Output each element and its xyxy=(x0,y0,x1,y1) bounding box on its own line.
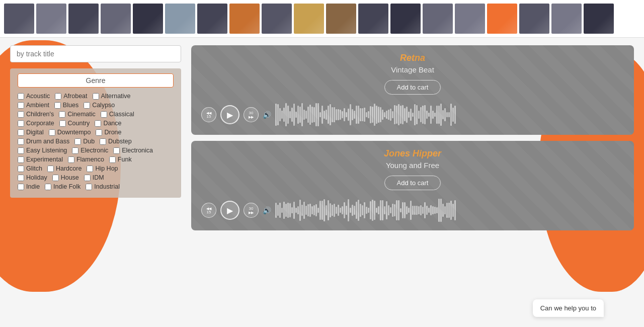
genre-checkbox[interactable] xyxy=(18,120,24,127)
waveform[interactable] xyxy=(275,102,624,127)
genre-checkbox[interactable] xyxy=(18,175,24,181)
skip-back-button[interactable]: ◀◀15 xyxy=(201,107,216,122)
genre-item[interactable]: Hardcore xyxy=(47,165,82,172)
genre-item[interactable]: Indie xyxy=(18,183,40,190)
banner-item[interactable] xyxy=(390,4,421,34)
genre-checkbox[interactable] xyxy=(47,166,54,172)
genre-checkbox[interactable] xyxy=(101,111,107,118)
genre-item[interactable]: Flamenco xyxy=(68,156,104,163)
banner-item[interactable] xyxy=(455,4,485,34)
genre-checkbox[interactable] xyxy=(109,156,116,163)
genre-item[interactable]: Hip Hop xyxy=(87,165,118,172)
genre-item[interactable]: Dance xyxy=(95,120,121,127)
genre-checkbox[interactable] xyxy=(93,93,99,100)
banner-item[interactable] xyxy=(294,4,324,34)
genre-row: ExperimentalFlamencoFunk xyxy=(18,156,174,163)
genre-item[interactable]: Dubstep xyxy=(100,138,132,145)
genre-checkbox[interactable] xyxy=(18,129,24,136)
banner-item[interactable] xyxy=(197,4,227,34)
genre-checkbox[interactable] xyxy=(95,120,101,127)
genre-item[interactable]: Indie Folk xyxy=(45,183,80,190)
genre-item[interactable]: Alternative xyxy=(93,93,131,100)
banner-item[interactable] xyxy=(519,4,549,34)
play-button[interactable]: ▶ xyxy=(220,201,239,220)
genre-checkbox[interactable] xyxy=(59,120,66,127)
skip-forward-button[interactable]: 30▶▶ xyxy=(244,107,259,122)
genre-checkbox[interactable] xyxy=(113,147,120,154)
volume-button[interactable]: 🔊 xyxy=(263,111,271,119)
genre-item[interactable]: Funk xyxy=(109,156,132,163)
add-to-cart-button[interactable]: Add to cart xyxy=(384,80,441,95)
genre-item[interactable]: Blues xyxy=(54,102,78,109)
banner-item[interactable] xyxy=(133,4,163,34)
genre-checkbox[interactable] xyxy=(18,138,24,145)
banner-item[interactable] xyxy=(358,4,388,34)
genre-item[interactable]: Drum and Bass xyxy=(18,138,69,145)
genre-item[interactable]: Electronica xyxy=(113,147,153,154)
genre-item[interactable]: Downtempo xyxy=(49,129,91,136)
genre-checkbox[interactable] xyxy=(74,138,81,145)
genre-checkbox[interactable] xyxy=(18,156,24,163)
genre-checkbox[interactable] xyxy=(18,166,24,172)
genre-checkbox[interactable] xyxy=(96,129,102,136)
skip-forward-button[interactable]: 30▶▶ xyxy=(244,203,259,218)
genre-checkbox[interactable] xyxy=(84,175,91,181)
banner-item[interactable] xyxy=(551,4,582,34)
banner-item[interactable] xyxy=(68,4,99,34)
genre-item[interactable]: Electronic xyxy=(72,147,108,154)
genre-checkbox[interactable] xyxy=(18,111,24,118)
genre-item[interactable]: Industrial xyxy=(86,183,120,190)
search-input[interactable] xyxy=(10,45,181,62)
genre-checkbox[interactable] xyxy=(52,175,59,181)
genre-item[interactable]: Glitch xyxy=(18,165,42,172)
genre-item[interactable]: Country xyxy=(59,120,90,127)
genre-checkbox[interactable] xyxy=(49,129,55,136)
genre-item[interactable]: Drone xyxy=(96,129,121,136)
genre-item[interactable]: Cinematic xyxy=(59,111,96,118)
banner-item[interactable] xyxy=(584,4,614,34)
play-button[interactable]: ▶ xyxy=(220,105,239,124)
genre-checkbox[interactable] xyxy=(68,156,74,163)
genre-checkbox[interactable] xyxy=(18,147,24,154)
genre-checkbox[interactable] xyxy=(18,93,24,100)
genre-checkbox[interactable] xyxy=(100,138,106,145)
genre-item[interactable]: Holiday xyxy=(18,174,47,181)
genre-item[interactable]: House xyxy=(52,174,79,181)
banner-item[interactable] xyxy=(262,4,292,34)
genre-item[interactable]: Digital xyxy=(18,129,44,136)
genre-item[interactable]: Easy Listening xyxy=(18,147,67,154)
genre-item[interactable]: Dub xyxy=(74,138,95,145)
skip-back-button[interactable]: ◀◀15 xyxy=(201,203,216,218)
genre-checkbox[interactable] xyxy=(18,184,24,190)
banner-item[interactable] xyxy=(326,4,356,34)
genre-checkbox[interactable] xyxy=(87,166,93,172)
genre-checkbox[interactable] xyxy=(86,184,92,190)
genre-checkbox[interactable] xyxy=(59,111,65,118)
genre-checkbox[interactable] xyxy=(45,184,51,190)
volume-button[interactable]: 🔊 xyxy=(263,206,271,214)
banner-item[interactable] xyxy=(4,4,34,34)
genre-item[interactable]: Calypso xyxy=(84,102,115,109)
banner-item[interactable] xyxy=(229,4,260,34)
genre-item[interactable]: Classical xyxy=(101,111,134,118)
genre-checkbox[interactable] xyxy=(72,147,78,154)
genre-checkbox[interactable] xyxy=(54,102,61,109)
waveform[interactable] xyxy=(275,198,624,223)
banner-item[interactable] xyxy=(36,4,66,34)
genre-item[interactable]: Corporate xyxy=(18,120,54,127)
genre-item[interactable]: Afrobeat xyxy=(55,93,87,100)
genre-checkbox[interactable] xyxy=(84,102,90,109)
waveform-bar xyxy=(412,206,414,215)
banner-item[interactable] xyxy=(101,4,131,34)
genre-item[interactable]: Experimental xyxy=(18,156,63,163)
genre-checkbox[interactable] xyxy=(55,93,61,100)
genre-item[interactable]: Children's xyxy=(18,111,54,118)
genre-item[interactable]: IDM xyxy=(84,174,104,181)
genre-checkbox[interactable] xyxy=(18,102,24,109)
banner-item[interactable] xyxy=(423,4,453,34)
genre-item[interactable]: Acoustic xyxy=(18,93,50,100)
banner-item[interactable] xyxy=(165,4,195,34)
banner-item[interactable] xyxy=(487,4,517,34)
genre-item[interactable]: Ambient xyxy=(18,102,49,109)
add-to-cart-button[interactable]: Add to cart xyxy=(384,176,441,190)
